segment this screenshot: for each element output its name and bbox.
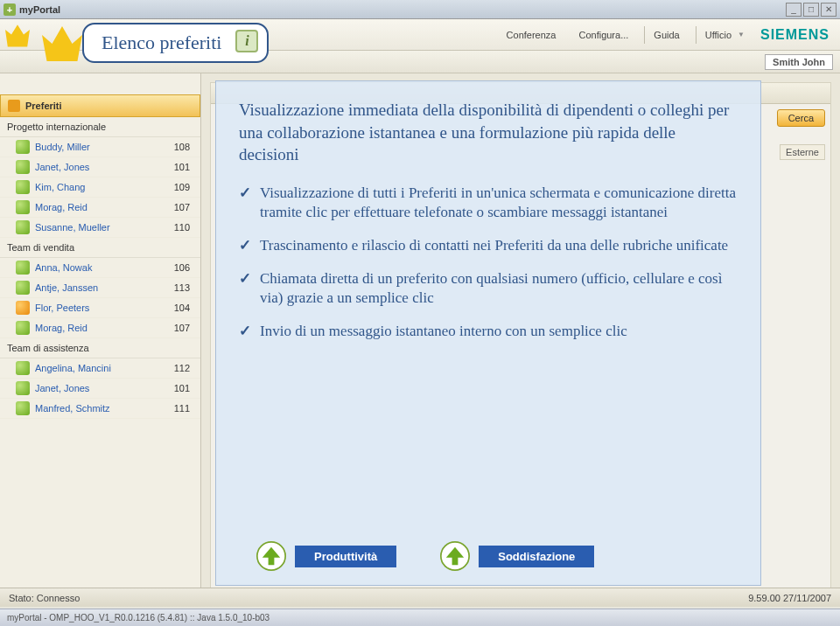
contact-number: 101 [174,383,193,393]
contact-name: Angelina, Mancini [35,363,111,373]
crown-icon [5,23,30,47]
cerca-button[interactable]: Cerca [777,109,825,127]
current-user[interactable]: Smith John [765,54,833,70]
siemens-logo: SIEMENS [760,27,835,43]
sidebar-contact-item[interactable]: Morag, Reid107 [0,318,200,338]
sidebar-contact-item[interactable]: Janet, Jones101 [0,379,200,399]
contact-number: 111 [174,403,193,414]
contact-number: 106 [174,262,193,273]
guida-button[interactable]: Guida [644,26,686,44]
contact-number: 101 [174,162,193,172]
arrow-up-icon [440,541,470,571]
close-button[interactable]: ✕ [821,3,836,17]
sidebar-contact-item[interactable]: Antje, Janssen113 [0,278,200,298]
sidebar-contact-item[interactable]: Janet, Jones101 [0,157,200,177]
sidebar-group-header[interactable]: Team di vendita [0,238,200,258]
overlay-lead-text: Visualizzazione immediata della disponib… [239,99,738,166]
page-title: Elenco preferiti [102,31,221,53]
contact-name: Janet, Jones [35,162,89,172]
conferenza-button[interactable]: Conferenza [500,26,564,44]
sidebar-preferiti-header[interactable]: Preferiti [0,94,200,117]
badge-soddisfazione: Soddisfazione [440,541,594,571]
presence-icon [16,140,30,154]
sidebar-group-header[interactable]: Team di assistenza [0,338,200,358]
sidebar: Preferiti Progetto internazionaleBuddy, … [0,73,201,598]
contact-name: Kim, Chang [35,182,85,192]
overlay-bullet: Visualizzazione di tutti i Preferiti in … [239,184,738,222]
contact-number: 109 [174,182,193,192]
overlay-bullet: Trascinamento e rilascio di contatti nei… [239,236,738,255]
info-overlay: Visualizzazione immediata della disponib… [215,80,761,586]
maximize-button[interactable]: □ [803,3,819,17]
contact-name: Janet, Jones [35,383,89,393]
overlay-bullet: Invio di un messaggio istantaneo interno… [239,322,738,341]
overlay-bullet-list: Visualizzazione di tutti i Preferiti in … [239,184,738,356]
presence-icon [16,180,30,194]
presence-icon [16,281,30,295]
sidebar-contact-item[interactable]: Kim, Chang109 [0,177,200,198]
contact-number: 107 [174,202,193,212]
contact-number: 104 [174,303,193,313]
sidebar-contact-item[interactable]: Buddy, Miller108 [0,137,200,157]
esterne-label: Esterne [780,144,825,160]
contact-name: Flor, Peeters [35,303,89,313]
contact-name: Manfred, Schmitz [35,403,110,414]
contact-name: Antje, Janssen [35,282,98,293]
sidebar-contact-item[interactable]: Manfred, Schmitz111 [0,399,200,419]
preferiti-icon [8,100,20,112]
status-bar: Stato: Connesso 9.59.00 27/11/2007 [0,588,840,607]
info-icon: i [235,30,258,52]
sidebar-contact-item[interactable]: Angelina, Mancini112 [0,358,200,379]
content-area: Cerca Esterne Visualizzazione immediata … [201,73,840,598]
sidebar-contact-item[interactable]: Flor, Peeters104 [0,298,200,318]
overlay-bullet: Chiamata diretta di un preferito con qua… [239,269,738,308]
app-icon: + [4,3,16,16]
presence-icon [16,381,30,395]
contact-number: 107 [174,323,193,333]
version-text: myPortal - OMP_HOO_V1_R0.0.1216 (5.4.81)… [7,613,270,623]
status-right: 9.59.00 27/11/2007 [748,593,831,603]
ufficio-dropdown[interactable]: Ufficio▼ [696,26,752,44]
presence-icon [16,301,30,315]
contact-name: Susanne, Mueller [35,222,110,233]
window-titlebar: + myPortal _ □ ✕ [0,0,840,19]
sidebar-contact-item[interactable]: Susanne, Mueller110 [0,218,200,238]
presence-icon [16,401,30,415]
sidebar-group-header[interactable]: Progetto internazionale [0,117,200,137]
contact-number: 110 [174,222,193,233]
contact-name: Morag, Reid [35,202,88,212]
configura-button[interactable]: Configura... [571,26,635,44]
sidebar-contact-item[interactable]: Morag, Reid107 [0,198,200,218]
presence-icon [16,160,30,174]
arrow-up-icon [256,541,286,571]
app-title: myPortal [19,4,60,15]
presence-icon [16,200,30,214]
presence-icon [16,220,30,234]
sidebar-contact-item[interactable]: Anna, Nowak106 [0,258,200,278]
presence-icon [16,361,30,375]
contact-name: Buddy, Miller [35,142,90,152]
contact-name: Anna, Nowak [35,262,92,273]
version-bar: myPortal - OMP_HOO_V1_R0.0.1216 (5.4.81)… [0,609,840,626]
contact-number: 113 [174,282,193,293]
presence-icon [16,261,30,275]
contact-number: 112 [174,363,193,373]
badge-produttivita: Produttività [256,541,396,571]
contact-name: Morag, Reid [35,323,88,333]
page-header-badge: Elenco preferiti i [82,23,269,63]
contact-number: 108 [174,142,193,152]
status-left: Stato: Connesso [9,593,80,603]
minimize-button[interactable]: _ [786,3,802,17]
presence-icon [16,321,30,335]
